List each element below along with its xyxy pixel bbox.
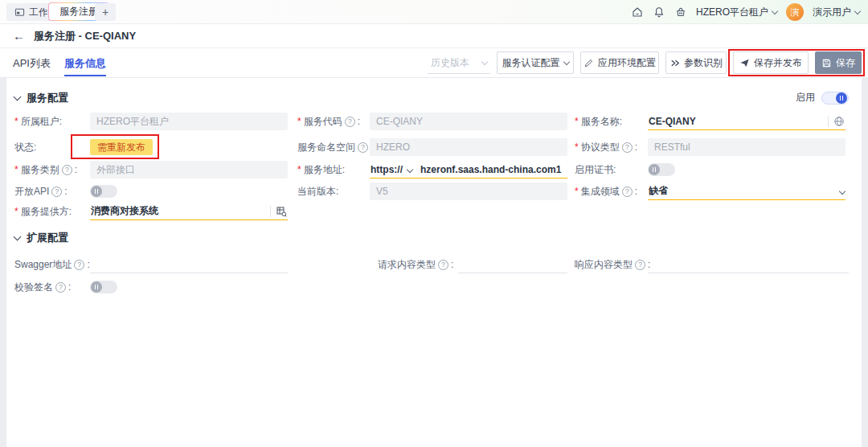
history-version-select[interactable]: 历史版本 bbox=[428, 52, 490, 74]
provider-input[interactable]: 消费商对接系统 bbox=[90, 203, 288, 220]
swagger-input[interactable] bbox=[90, 256, 288, 273]
required-mark: * bbox=[14, 113, 18, 130]
toolbar: API列表 服务信息 历史版本 服务认证配置 应用环境配置 参数识别 bbox=[0, 48, 868, 78]
label-colon: : bbox=[342, 161, 345, 178]
status-badge: 需重新发布 bbox=[90, 139, 153, 155]
field-label-address: * 服务地址: bbox=[297, 161, 345, 178]
workbench-icon bbox=[14, 7, 25, 18]
required-mark: * bbox=[575, 182, 579, 200]
field-label-verify-sign: 校验签名?: bbox=[14, 278, 71, 296]
label-colon: : bbox=[64, 182, 67, 200]
divider bbox=[828, 116, 829, 127]
required-mark: * bbox=[14, 161, 18, 178]
label-colon: : bbox=[68, 278, 71, 296]
field-label-response-type: 响应内容类型?: bbox=[575, 256, 650, 273]
param-identify-label: 参数识别 bbox=[684, 56, 723, 70]
auth-config-button[interactable]: 服务认证配置 bbox=[497, 51, 574, 74]
verify-sign-toggle[interactable] bbox=[90, 281, 117, 293]
help-icon: ? bbox=[62, 165, 72, 175]
help-icon: ? bbox=[635, 260, 645, 270]
topbar-right: HZERO平台租户 演 演示用户 bbox=[631, 0, 860, 24]
service-name-input[interactable]: CE-QIANY bbox=[648, 113, 845, 130]
history-version-label: 历史版本 bbox=[431, 56, 469, 70]
section-extend-config[interactable]: 扩展配置 bbox=[14, 231, 68, 245]
back-arrow-icon[interactable]: ← bbox=[13, 30, 25, 42]
request-type-input[interactable] bbox=[458, 256, 567, 273]
required-mark: * bbox=[14, 203, 18, 220]
tenant-name: HZERO平台租户 bbox=[696, 6, 768, 19]
param-identify-button[interactable]: 参数识别 bbox=[665, 51, 727, 74]
help-icon: ? bbox=[622, 142, 633, 153]
cert-toggle[interactable] bbox=[648, 163, 675, 176]
form-card: 服务配置 启用 * 所属租户: HZERO平台租户 * 服务代码?: CE-QI… bbox=[6, 78, 862, 447]
tenant-select[interactable]: HZERO平台租户 bbox=[696, 6, 777, 19]
new-tab-button[interactable]: + bbox=[95, 3, 116, 21]
lookup-icon[interactable] bbox=[276, 206, 287, 217]
save-label: 保存 bbox=[836, 56, 855, 70]
identify-icon bbox=[669, 58, 680, 68]
notifications-bell-icon[interactable] bbox=[653, 6, 665, 18]
field-label-tenant: * 所属租户: bbox=[14, 113, 62, 130]
field-label-domain: * 集成领域?: bbox=[575, 182, 637, 200]
active-tab-indicator bbox=[64, 75, 106, 76]
chevron-down-icon bbox=[839, 187, 845, 194]
collapse-chevron-icon bbox=[14, 232, 22, 240]
pen-icon bbox=[583, 58, 594, 68]
label-colon: : bbox=[59, 113, 62, 130]
user-menu[interactable]: 演示用户 bbox=[813, 6, 860, 19]
field-label-category: * 服务类别?: bbox=[14, 161, 77, 178]
avatar[interactable]: 演 bbox=[786, 3, 804, 21]
chevron-down-icon bbox=[772, 7, 778, 14]
label-colon: : bbox=[620, 113, 622, 130]
field-label-cert: 启用证书: bbox=[575, 161, 616, 178]
tab-api-list[interactable]: API列表 bbox=[13, 56, 51, 71]
plus-icon: + bbox=[102, 6, 108, 18]
help-icon: ? bbox=[438, 260, 448, 270]
enable-label: 启用 bbox=[796, 91, 815, 105]
protocol-input: RESTful bbox=[648, 138, 845, 156]
label-colon: : bbox=[75, 161, 77, 178]
enable-toggle-group: 启用 bbox=[796, 91, 849, 105]
section-service-config[interactable]: 服务配置 bbox=[14, 91, 68, 105]
address-protocol-select[interactable]: https:// bbox=[371, 164, 403, 175]
field-label-request-type: 请求内容类型?: bbox=[378, 256, 453, 273]
label-colon: : bbox=[635, 182, 637, 200]
label-colon: : bbox=[613, 161, 616, 178]
help-icon: ? bbox=[55, 282, 66, 293]
required-mark: * bbox=[297, 161, 301, 178]
open-api-toggle[interactable] bbox=[90, 185, 117, 198]
chevron-down-icon bbox=[407, 166, 413, 172]
field-label-swagger: Swagger地址?: bbox=[14, 256, 90, 273]
save-button[interactable]: 保存 bbox=[815, 51, 862, 74]
label-colon: : bbox=[358, 113, 360, 130]
chevron-down-icon bbox=[563, 58, 569, 64]
home-icon[interactable] bbox=[631, 6, 644, 18]
label-colon: : bbox=[451, 256, 453, 273]
globe-icon[interactable] bbox=[833, 116, 845, 127]
env-config-button[interactable]: 应用环境配置 bbox=[580, 51, 659, 74]
address-input[interactable]: https:// hzeronf.saas.hand-china.com1 bbox=[370, 161, 567, 178]
section-title: 服务配置 bbox=[27, 91, 68, 105]
help-icon: ? bbox=[358, 142, 368, 153]
section-title: 扩展配置 bbox=[27, 231, 68, 245]
chevron-down-icon bbox=[854, 7, 861, 14]
category-input: 外部接口 bbox=[90, 161, 288, 178]
breadcrumb: ← 服务注册 - CE-QIANY bbox=[0, 24, 868, 48]
help-icon: ? bbox=[345, 117, 355, 127]
chevron-down-icon bbox=[481, 58, 488, 64]
domain-select[interactable]: 缺省 bbox=[648, 182, 845, 200]
save-publish-button[interactable]: 保存并发布 bbox=[733, 51, 809, 74]
required-mark: * bbox=[575, 113, 579, 130]
field-label-status: 状态: bbox=[14, 138, 36, 156]
enable-toggle[interactable] bbox=[821, 92, 849, 105]
topbar: 工作台 服务注册 + HZERO平台租户 演 演示用户 bbox=[0, 0, 868, 24]
label-colon: : bbox=[34, 138, 36, 156]
tab-service-info[interactable]: 服务信息 bbox=[64, 56, 106, 71]
save-icon bbox=[821, 58, 832, 68]
help-icon: ? bbox=[51, 187, 62, 197]
publish-icon bbox=[739, 58, 750, 68]
market-basket-icon[interactable] bbox=[674, 6, 687, 18]
label-colon: : bbox=[69, 203, 72, 220]
service-name-value: CE-QIANY bbox=[649, 116, 696, 127]
response-type-input[interactable] bbox=[648, 256, 849, 273]
